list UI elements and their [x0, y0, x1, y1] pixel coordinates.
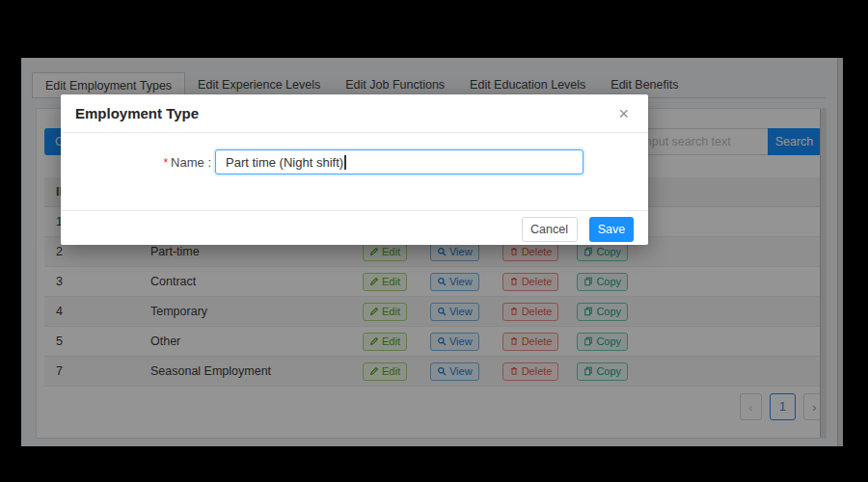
modal-header: Employment Type	[61, 94, 648, 133]
employment-type-modal: Employment Type × *Name : Part time (Nig…	[61, 94, 648, 245]
app-window: { "tabs": { "items": [ {"label": "Edit E…	[0, 0, 868, 482]
text-caret	[344, 155, 346, 170]
name-form-row: *Name : Part time (Night shift)	[61, 149, 648, 174]
modal-title: Employment Type	[75, 105, 199, 121]
name-input-value: Part time (Night shift)	[226, 155, 343, 170]
save-button[interactable]: Save	[589, 217, 634, 242]
cancel-button[interactable]: Cancel	[522, 217, 578, 242]
required-asterisk-icon: *	[163, 156, 168, 170]
close-icon[interactable]: ×	[614, 101, 633, 126]
name-field-label: *Name :	[61, 155, 211, 170]
name-input[interactable]: Part time (Night shift)	[215, 149, 583, 174]
modal-footer: Cancel Save	[61, 210, 648, 245]
